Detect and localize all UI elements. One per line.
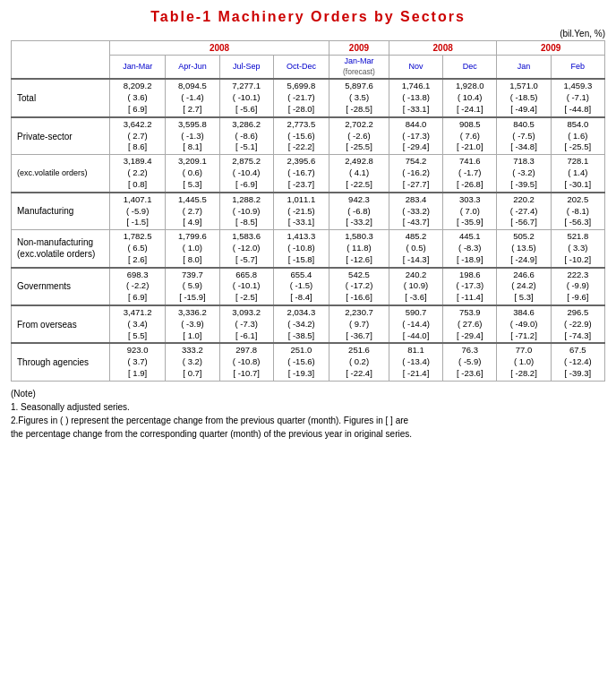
data-cell: 384.6( -49.0)[ -71.2] xyxy=(497,305,551,343)
data-cell: 728.1( 1.4)[ -30.1] xyxy=(551,155,604,193)
table-row: Through agencies923.0( 3.7)[ 1.9]333.2( … xyxy=(12,343,605,381)
data-cell: 3,642.2( 2.7)[ 8.6] xyxy=(110,117,166,155)
data-cell: 283.4( -33.2)[ -43.7] xyxy=(389,193,442,230)
data-cell: 240.2( 10.9)[ -3.6] xyxy=(389,268,442,305)
data-cell: 246.6( 24.2)[ 5.3] xyxy=(497,268,551,305)
year-2009-header: 2009 xyxy=(329,41,389,56)
data-cell: 67.5( -12.4)[ -39.3] xyxy=(551,343,604,381)
data-cell: 303.3( 7.0)[ -35.9] xyxy=(443,193,497,230)
data-cell: 1,445.5( 2.7)[ 4.9] xyxy=(166,193,219,230)
data-cell: 297.8( -10.8)[ -10.7] xyxy=(219,343,273,381)
data-cell: 5,897.6( 3.5)[ -28.5] xyxy=(329,79,389,116)
note-line: (Note) xyxy=(11,387,605,400)
data-cell: 739.7( 5.9)[ -15.9] xyxy=(166,268,219,305)
col-jan: Jan xyxy=(497,56,551,80)
table-row: Non-manufacturing(exc.volatile orders)1,… xyxy=(12,230,605,268)
data-cell: 2,395.6( -16.7)[ -23.7] xyxy=(273,155,329,193)
table-row: Manufacturing1,407.1( -5.9)[ -1.5]1,445.… xyxy=(12,193,605,230)
data-cell: 1,413.3( -10.8)[ -15.8] xyxy=(273,230,329,268)
data-cell: 202.5( -8.1)[ -56.3] xyxy=(551,193,604,230)
data-cell: 1,571.0( -18.5)[ -49.4] xyxy=(497,79,551,116)
col-nov: Nov xyxy=(389,56,442,80)
data-cell: 1,288.2( -10.9)[ -8.5] xyxy=(219,193,273,230)
data-cell: 908.5( 7.6)[ -21.0] xyxy=(443,117,497,155)
table-row: Total8,209.2( 3.6)[ 6.9]8,094.5( -1.4)[ … xyxy=(12,79,605,116)
data-cell: 1,746.1( -13.8)[ -33.1] xyxy=(389,79,442,116)
col-jul-sep: Jul-Sep xyxy=(219,56,273,80)
data-cell: 220.2( -27.4)[ -56.7] xyxy=(497,193,551,230)
unit-note: (bil.Yen, %) xyxy=(11,29,605,39)
data-cell: 1,782.5( 6.5)[ 2.6] xyxy=(110,230,166,268)
data-cell: 505.2( 13.5)[ -24.9] xyxy=(497,230,551,268)
data-cell: 844.0( -17.3)[ -29.4] xyxy=(389,117,442,155)
data-cell: 81.1( -13.4)[ -21.4] xyxy=(389,343,442,381)
data-cell: 3,286.2( -8.6)[ -5.1] xyxy=(219,117,273,155)
data-cell: 854.0( 1.6)[ -25.5] xyxy=(551,117,604,155)
data-cell: 2,034.3( -34.2)[ -38.5] xyxy=(273,305,329,343)
table-row: From overseas3,471.2( 3.4)[ 5.5]3,336.2(… xyxy=(12,305,605,343)
data-cell: 3,471.2( 3.4)[ 5.5] xyxy=(110,305,166,343)
note-line: 2.Figures in ( ) represent the percentag… xyxy=(11,414,605,427)
data-cell: 698.3( -2.2)[ 6.9] xyxy=(110,268,166,305)
data-cell: 333.2( 3.2)[ 0.7] xyxy=(166,343,219,381)
page-container: Table-1 Machinery Orders by Sectors (bil… xyxy=(0,0,616,450)
data-cell: 3,093.2( -7.3)[ -6.1] xyxy=(219,305,273,343)
col-dec: Dec xyxy=(443,56,497,80)
col-jan-mar: Jan-Mar xyxy=(110,56,166,80)
row-label: From overseas xyxy=(12,305,110,343)
row-label: Manufacturing xyxy=(12,193,110,230)
data-cell: 485.2( 0.5)[ -14.3] xyxy=(389,230,442,268)
data-cell: 1,583.6( -12.0)[ -5.7] xyxy=(219,230,273,268)
notes-section: (Note)1. Seasonally adjusted series.2.Fi… xyxy=(11,387,605,441)
year-2008-header: 2008 xyxy=(110,41,329,56)
row-label: Private-sector xyxy=(12,117,110,155)
table-row: (exc.volatile orders)3,189.4( 2.2)[ 0.8]… xyxy=(12,155,605,193)
data-cell: 753.9( 27.6)[ -29.4] xyxy=(443,305,497,343)
data-cell: 3,209.1( 0.6)[ 5.3] xyxy=(166,155,219,193)
data-cell: 296.5( -22.9)[ -74.3] xyxy=(551,305,604,343)
data-cell: 2,230.7( 9.7)[ -36.7] xyxy=(329,305,389,343)
col-apr-jun: Apr-Jun xyxy=(166,56,219,80)
data-cell: 1,928.0( 10.4)[ -24.1] xyxy=(443,79,497,116)
data-cell: 741.6( -1.7)[ -26.8] xyxy=(443,155,497,193)
data-cell: 2,492.8( 4.1)[ -22.5] xyxy=(329,155,389,193)
col-jan-mar-forecast: Jan-Mar(forecast) xyxy=(329,56,389,80)
data-cell: 665.8( -10.1)[ -2.5] xyxy=(219,268,273,305)
data-cell: 222.3( -9.9)[ -9.6] xyxy=(551,268,604,305)
data-cell: 8,209.2( 3.6)[ 6.9] xyxy=(110,79,166,116)
data-cell: 3,336.2( -3.9)[ 1.0] xyxy=(166,305,219,343)
data-cell: 445.1( -8.3)[ -18.9] xyxy=(443,230,497,268)
data-cell: 2,875.2( -10.4)[ -6.9] xyxy=(219,155,273,193)
note-line: 1. Seasonally adjusted series. xyxy=(11,400,605,414)
data-cell: 251.0( -15.6)[ -19.3] xyxy=(273,343,329,381)
data-cell: 942.3( -6.8)[ -33.2] xyxy=(329,193,389,230)
data-cell: 251.6( 0.2)[ -22.4] xyxy=(329,343,389,381)
data-cell: 5,699.8( -21.7)[ -28.0] xyxy=(273,79,329,116)
data-cell: 840.5( -7.5)[ -34.8] xyxy=(497,117,551,155)
data-cell: 542.5( -17.2)[ -16.6] xyxy=(329,268,389,305)
data-cell: 198.6( -17.3)[ -11.4] xyxy=(443,268,497,305)
data-cell: 3,189.4( 2.2)[ 0.8] xyxy=(110,155,166,193)
data-cell: 3,595.8( -1.3)[ 8.1] xyxy=(166,117,219,155)
data-cell: 7,277.1( -10.1)[ -5.6] xyxy=(219,79,273,116)
data-cell: 76.3( -5.9)[ -23.6] xyxy=(443,343,497,381)
data-cell: 655.4( -1.5)[ -8.4] xyxy=(273,268,329,305)
note-line: the percentage change from the correspon… xyxy=(11,427,605,441)
year-2008-right-header: 2008 xyxy=(389,41,497,56)
table-row: Governments698.3( -2.2)[ 6.9]739.7( 5.9)… xyxy=(12,268,605,305)
row-label: (exc.volatile orders) xyxy=(12,155,110,193)
data-cell: 521.8( 3.3)[ -10.2] xyxy=(551,230,604,268)
data-cell: 1,011.1( -21.5)[ -33.1] xyxy=(273,193,329,230)
page-title: Table-1 Machinery Orders by Sectors xyxy=(11,9,605,25)
table-body: Total8,209.2( 3.6)[ 6.9]8,094.5( -1.4)[ … xyxy=(12,79,605,381)
year-2009-right-header: 2009 xyxy=(497,41,605,56)
data-table: 2008 2009 2008 2009 Jan-Mar Apr-Jun Jul-… xyxy=(11,40,605,382)
data-cell: 1,799.6( 1.0)[ 8.0] xyxy=(166,230,219,268)
data-cell: 1,459.3( -7.1)[ -44.8] xyxy=(551,79,604,116)
row-label: Governments xyxy=(12,268,110,305)
data-cell: 2,773.5( -15.6)[ -22.2] xyxy=(273,117,329,155)
data-cell: 590.7( -14.4)[ -44.0] xyxy=(389,305,442,343)
data-cell: 754.2( -16.2)[ -27.7] xyxy=(389,155,442,193)
data-cell: 2,702.2( -2.6)[ -25.5] xyxy=(329,117,389,155)
row-label: Total xyxy=(12,79,110,116)
